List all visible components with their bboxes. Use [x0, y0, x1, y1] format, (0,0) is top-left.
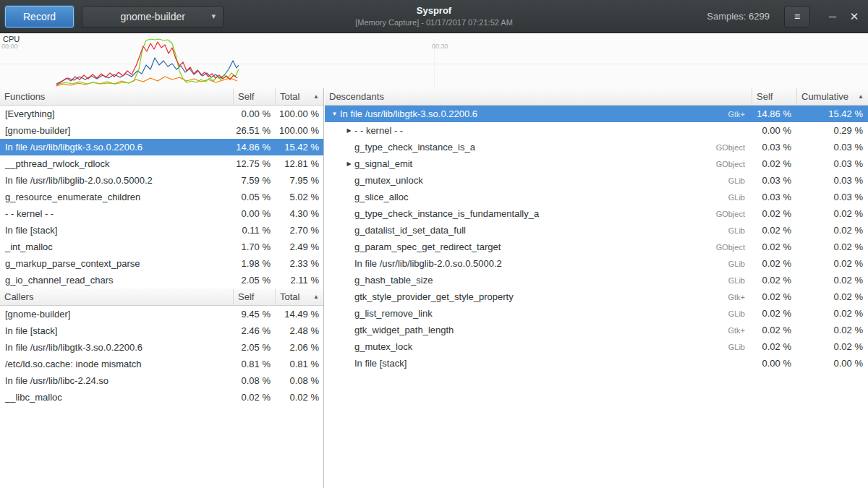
symbol-name: __pthread_rwlock_rdlock — [0, 158, 234, 169]
function-row[interactable]: - - kernel - -0.00 %4.30 % — [0, 205, 323, 222]
menu-button[interactable]: ≡ — [784, 6, 810, 27]
descendants-self-column-header[interactable]: Self — [752, 88, 797, 105]
function-row[interactable]: [gnome-builder]26.51 %100.00 % — [0, 122, 323, 139]
function-row[interactable]: g_markup_parse_context_parse1.98 %2.33 % — [0, 255, 323, 272]
cumulative-percent: 0.00 % — [797, 358, 868, 369]
collapse-arrow-icon[interactable]: ▼ — [329, 111, 340, 117]
expand-arrow-icon[interactable]: ▶ — [344, 160, 354, 167]
descendant-name-cell: In file /usr/lib/libglib-2.0.so.0.5000.2 — [325, 258, 728, 269]
close-button[interactable]: ✕ — [843, 6, 865, 27]
caller-row[interactable]: In file [stack]2.46 %2.48 % — [0, 322, 323, 339]
window-title: Sysprof — [355, 5, 513, 16]
symbol-name: In file /usr/lib/libglib-2.0.so.0.5000.2 — [0, 175, 234, 186]
descendants-column-header[interactable]: Descendants — [325, 88, 752, 105]
function-row[interactable]: In file [stack]0.11 %2.70 % — [0, 222, 323, 239]
caller-row[interactable]: In file /usr/lib/libgtk-3.so.0.2200.62.0… — [0, 339, 323, 356]
window-subtitle: [Memory Capture] - 01/17/2017 07:21:52 A… — [355, 18, 513, 27]
descendant-name-cell: g_list_remove_link — [325, 308, 728, 319]
descendant-name-cell: gtk_widget_path_length — [325, 325, 728, 335]
symbol-name: g_type_check_instance_is_fundamentally_a — [354, 208, 539, 219]
cumulative-percent: 0.02 % — [797, 275, 868, 286]
self-percent: 0.03 % — [752, 192, 797, 202]
caller-row[interactable]: /etc/ld.so.cache: inode mismatch0.81 %0.… — [0, 356, 323, 372]
callers-self-column-header[interactable]: Self — [234, 288, 276, 305]
functions-column-label: Functions — [4, 91, 45, 102]
descendants-column-label: Descendants — [329, 91, 384, 102]
descendant-row[interactable]: ▼In file /usr/lib/libgtk-3.so.0.2200.6Gt… — [325, 106, 868, 122]
process-selector-dropdown[interactable]: gnome-builder ▾ — [82, 6, 224, 27]
record-button[interactable]: Record — [5, 6, 74, 27]
total-percent: 12.81 % — [276, 158, 323, 169]
caller-row[interactable]: In file /usr/lib/libc-2.24.so0.08 %0.08 … — [0, 372, 323, 389]
descendant-name-cell: g_param_spec_get_redirect_target — [325, 241, 716, 252]
descendant-row[interactable]: gtk_style_provider_get_style_propertyGtk… — [325, 288, 868, 305]
total-percent: 100.00 % — [276, 125, 323, 136]
descendants-cumulative-column-header[interactable]: Cumulative ▲ — [797, 88, 868, 105]
total-percent: 0.02 % — [276, 392, 323, 403]
self-percent: 0.02 % — [752, 341, 797, 352]
timeline-tick-start: 00:00 — [1, 43, 18, 50]
descendant-row[interactable]: g_type_check_instance_is_fundamentally_a… — [325, 205, 868, 222]
function-row[interactable]: _int_malloc1.70 %2.49 % — [0, 239, 323, 255]
cumulative-percent: 0.02 % — [797, 241, 868, 252]
function-row[interactable]: __pthread_rwlock_rdlock12.75 %12.81 % — [0, 155, 323, 172]
function-row[interactable]: g_io_channel_read_chars2.05 %2.11 % — [0, 272, 323, 288]
cumulative-percent: 0.03 % — [797, 158, 868, 169]
functions-self-column-header[interactable]: Self — [234, 88, 276, 105]
self-percent: 0.02 % — [752, 241, 797, 252]
self-percent: 0.08 % — [234, 375, 276, 386]
samples-count: Samples: 6299 — [707, 11, 770, 22]
expand-arrow-icon[interactable]: ▶ — [344, 127, 354, 134]
descendant-row[interactable]: g_type_check_instance_is_aGObject0.03 %0… — [325, 139, 868, 155]
self-percent: 2.46 % — [234, 325, 276, 336]
descendant-row[interactable]: g_datalist_id_set_data_fullGLib0.02 %0.0… — [325, 222, 868, 239]
caller-row[interactable]: [gnome-builder]9.45 %14.49 % — [0, 306, 323, 322]
callers-column-label: Callers — [4, 291, 33, 302]
function-row[interactable]: [Everything]0.00 %100.00 % — [0, 106, 323, 122]
descendant-name-cell: g_mutex_unlock — [325, 175, 728, 186]
self-column-label: Self — [757, 91, 773, 102]
self-percent: 0.02 % — [752, 291, 797, 302]
timeline-tick-mid: 00:30 — [432, 43, 448, 50]
descendants-table-body: ▼In file /usr/lib/libgtk-3.so.0.2200.6Gt… — [325, 106, 868, 372]
descendant-row[interactable]: gtk_widget_path_lengthGtk+0.02 %0.02 % — [325, 322, 868, 338]
callers-column-header[interactable]: Callers — [0, 288, 234, 305]
symbol-name: g_list_remove_link — [354, 308, 433, 319]
function-row[interactable]: g_resource_enumerate_children0.05 %5.02 … — [0, 189, 323, 205]
cpu-graph-area[interactable]: CPU 00:00 00:30 — [0, 33, 868, 88]
symbol-name: __libc_malloc — [0, 392, 234, 403]
descendant-row[interactable]: g_list_remove_linkGLib0.02 %0.02 % — [325, 305, 868, 322]
sort-arrow-icon: ▲ — [855, 93, 864, 100]
functions-table-body: [Everything]0.00 %100.00 %[gnome-builder… — [0, 106, 323, 288]
functions-total-column-header[interactable]: Total ▲ — [276, 88, 323, 105]
function-row[interactable]: In file /usr/lib/libgtk-3.so.0.2200.614.… — [0, 139, 323, 155]
descendant-row[interactable]: ▶g_signal_emitGObject0.02 %0.03 % — [325, 155, 868, 172]
descendant-row[interactable]: ▶- - kernel - -0.00 %0.29 % — [325, 122, 868, 139]
cumulative-column-label: Cumulative — [801, 91, 848, 102]
descendant-row[interactable]: g_mutex_lockGLib0.02 %0.02 % — [325, 338, 868, 355]
caller-row[interactable]: __libc_malloc0.02 %0.02 % — [0, 389, 323, 406]
headerbar-right-controls: Samples: 6299 ≡ ─ ✕ — [707, 6, 868, 27]
function-row[interactable]: In file /usr/lib/libglib-2.0.so.0.5000.2… — [0, 172, 323, 189]
descendant-row[interactable]: g_mutex_unlockGLib0.03 %0.03 % — [325, 172, 868, 189]
symbol-name: gtk_widget_path_length — [354, 325, 454, 335]
symbol-name: [gnome-builder] — [0, 125, 234, 136]
descendant-row[interactable]: g_slice_allocGLib0.03 %0.03 % — [325, 189, 868, 205]
descendant-row[interactable]: g_hash_table_sizeGLib0.02 %0.02 % — [325, 272, 868, 288]
descendant-row[interactable]: g_param_spec_get_redirect_targetGObject0… — [325, 239, 868, 255]
descendant-name-cell: g_type_check_instance_is_a — [325, 142, 716, 153]
symbol-name: g_mutex_unlock — [354, 175, 423, 186]
window-title-block: Sysprof [Memory Capture] - 01/17/2017 07… — [355, 5, 513, 27]
descendant-name-cell: gtk_style_provider_get_style_property — [325, 291, 728, 302]
descendant-row[interactable]: In file [stack]0.00 %0.00 % — [325, 355, 868, 372]
functions-column-header[interactable]: Functions — [0, 88, 234, 105]
symbol-name: [Everything] — [0, 108, 234, 119]
minimize-button[interactable]: ─ — [822, 6, 843, 27]
descendant-row[interactable]: In file /usr/lib/libglib-2.0.so.0.5000.2… — [325, 255, 868, 272]
callers-table-header: Callers Self Total ▲ — [0, 288, 323, 306]
self-percent: 0.02 % — [234, 392, 276, 403]
callers-total-column-header[interactable]: Total ▲ — [276, 288, 323, 305]
self-percent: 0.02 % — [752, 208, 797, 219]
self-percent: 0.02 % — [752, 225, 797, 236]
cpu-usage-chart — [0, 33, 868, 88]
